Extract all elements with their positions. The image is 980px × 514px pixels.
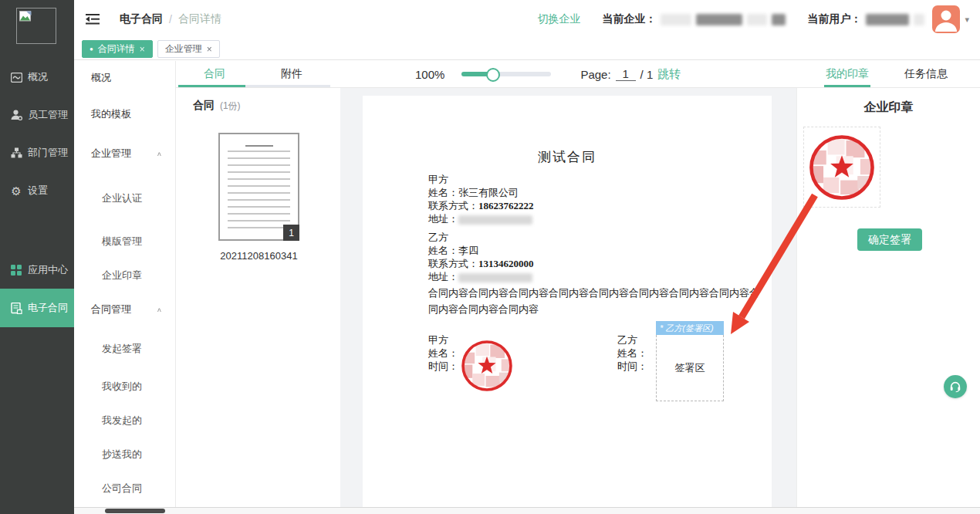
close-icon[interactable]: × <box>140 44 145 55</box>
signature-area-tag: * 乙方(签署区) <box>656 321 724 335</box>
page-thumbnail[interactable]: 1 <box>218 133 299 241</box>
chevron-up-icon: ∧ <box>157 150 162 157</box>
sidebar-item-employees[interactable]: 员工管理 <box>0 102 74 128</box>
page-number-input[interactable]: 1 <box>616 67 636 81</box>
window-tab-company-manage[interactable]: 企业管理 × <box>157 40 220 58</box>
thumbnail-header: 合同 (1份) <box>193 99 340 113</box>
nav-item-initiated[interactable]: 我发起的 <box>74 404 175 438</box>
sidebar-item-label: 电子合同 <box>28 301 68 315</box>
window-tab-contract-detail[interactable]: ● 合同详情 × <box>82 40 153 58</box>
sidebar-item-app-center[interactable]: 应用中心 <box>0 257 74 283</box>
breadcrumb-separator: / <box>169 13 172 25</box>
nav-item-cc-me[interactable]: 抄送我的 <box>74 438 175 472</box>
customer-service-button[interactable] <box>944 375 967 398</box>
nav-item-company-contracts[interactable]: 公司合同 <box>74 472 175 506</box>
content-row: 合同 (1份) 1 20211208160341 测试合同 甲方 姓名：张三有限… <box>176 88 980 514</box>
sidebar-item-label: 设置 <box>28 184 48 198</box>
tab-task-info[interactable]: 任务信息 <box>904 61 948 87</box>
sidebar-item-label: 应用中心 <box>28 263 68 277</box>
party-a-block: 甲方 姓名：张三有限公司 联系方式：18623762222 地址： <box>428 173 534 225</box>
tab-contract[interactable]: 合同 <box>176 61 253 87</box>
sidebar-item-departments[interactable]: 部门管理 <box>0 140 74 166</box>
thumbnail-title: 合同 <box>193 99 215 111</box>
company-name-redacted <box>696 14 742 25</box>
active-dot-icon: ● <box>90 46 93 52</box>
gear-icon: ⚙ <box>10 184 22 197</box>
active-tab-underline <box>178 85 245 87</box>
sign-a-time-label: 时间： <box>428 360 458 373</box>
window-tab-label: 合同详情 <box>98 42 135 56</box>
sign-b-name-label: 姓名： <box>617 347 647 360</box>
top-header: 电子合同 / 合同详情 切换企业 当前企业： 当前用户： ▾ <box>74 0 980 39</box>
party-a-contact: 联系方式：18623762222 <box>428 199 534 212</box>
party-b-heading: 乙方 <box>428 231 534 244</box>
sidebar-item-label: 员工管理 <box>28 108 68 122</box>
company-seal-stamp <box>459 338 515 394</box>
user-name-redacted <box>866 14 909 25</box>
contract-icon <box>10 302 22 314</box>
nav-item-template-manage[interactable]: 模版管理 <box>74 223 175 260</box>
sidebar-item-e-contract[interactable]: 电子合同 <box>0 289 74 327</box>
nav-item-label: 公司合同 <box>102 482 142 495</box>
right-panel-tabs: 我的印章 任务信息 <box>826 61 980 87</box>
sign-block-party-b: 乙方 姓名： 时间： <box>617 333 647 373</box>
page-total: / 1 <box>640 68 654 81</box>
sidebar-item-label: 部门管理 <box>28 146 68 160</box>
nav-item-label: 抄送我的 <box>102 448 142 462</box>
apps-icon <box>10 264 22 276</box>
tab-my-seals[interactable]: 我的印章 <box>826 61 869 87</box>
module-nav-sidebar: 概况 我的模板 企业管理 ∧ 企业认证 模版管理 企业印章 合同管理 ∧ 发起签… <box>74 61 176 514</box>
sidebar-item-label: 概况 <box>28 70 48 84</box>
nav-item-company-auth[interactable]: 企业认证 <box>74 174 175 223</box>
user-icon <box>10 109 22 121</box>
nav-item-initiate-sign[interactable]: 发起签署 <box>74 328 175 370</box>
nav-group-company-manage[interactable]: 企业管理 ∧ <box>74 134 175 174</box>
signature-area-box[interactable]: 签署区 <box>656 335 724 401</box>
confirm-sign-button[interactable]: 确定签署 <box>857 228 922 251</box>
user-avatar[interactable] <box>932 5 960 33</box>
thumbnail-preview <box>228 145 290 230</box>
company-seal-image <box>806 132 877 203</box>
breadcrumb: 电子合同 / 合同详情 <box>120 12 221 26</box>
contract-body: 合同内容合同内容合同内容合同内容合同内容合同内容合同内容合同内容合同内容合同内容… <box>428 285 762 317</box>
chevron-up-icon: ∧ <box>157 306 162 313</box>
breadcrumb-current: 合同详情 <box>178 12 221 26</box>
sign-b-heading: 乙方 <box>617 333 647 347</box>
sidebar-item-overview[interactable]: 概况 <box>0 64 74 90</box>
party-b-block: 乙方 姓名：李四 联系方式：13134620000 地址： <box>428 231 534 283</box>
scrollbar-thumb[interactable] <box>105 509 165 513</box>
contact-value: 13134620000 <box>478 258 534 269</box>
window-tab-label: 企业管理 <box>165 42 202 56</box>
seal-panel-heading: 企业印章 <box>797 100 980 116</box>
org-icon <box>10 147 22 159</box>
company-seal-option[interactable] <box>803 127 880 208</box>
sidebar-item-settings[interactable]: ⚙ 设置 <box>0 178 74 204</box>
zoom-slider[interactable] <box>461 68 551 80</box>
menu-fold-icon[interactable] <box>86 14 100 25</box>
thumbnail-panel: 合同 (1份) 1 20211208160341 <box>176 88 340 514</box>
breadcrumb-section[interactable]: 电子合同 <box>120 12 163 26</box>
signature-drop-area[interactable]: * 乙方(签署区) 签署区 <box>656 321 724 401</box>
nav-item-received[interactable]: 我收到的 <box>74 370 175 404</box>
nav-group-contract-manage[interactable]: 合同管理 ∧ <box>74 291 175 328</box>
address-redacted <box>458 215 532 225</box>
headset-icon <box>949 380 961 393</box>
company-name-redacted <box>772 14 786 25</box>
user-menu-caret-icon[interactable]: ▾ <box>965 15 969 25</box>
page-label: Page: <box>580 68 610 81</box>
page-number-badge: 1 <box>283 225 299 241</box>
nav-item-my-templates[interactable]: 我的模板 <box>74 95 175 134</box>
nav-item-overview[interactable]: 概况 <box>74 61 175 95</box>
page-jump-link[interactable]: 跳转 <box>657 67 681 82</box>
switch-company-link[interactable]: 切换企业 <box>537 12 580 26</box>
sign-a-name-label: 姓名： <box>428 347 458 360</box>
nav-item-company-seal[interactable]: 企业印章 <box>74 260 175 291</box>
zoom-controls: 100% <box>415 68 551 81</box>
close-icon[interactable]: × <box>207 44 212 55</box>
zoom-slider-handle[interactable] <box>486 68 500 82</box>
broken-image-icon <box>19 11 32 22</box>
horizontal-scrollbar[interactable] <box>74 507 980 514</box>
contact-label: 联系方式： <box>428 258 478 269</box>
company-name-redacted <box>747 14 767 25</box>
tab-attachment[interactable]: 附件 <box>253 61 330 87</box>
